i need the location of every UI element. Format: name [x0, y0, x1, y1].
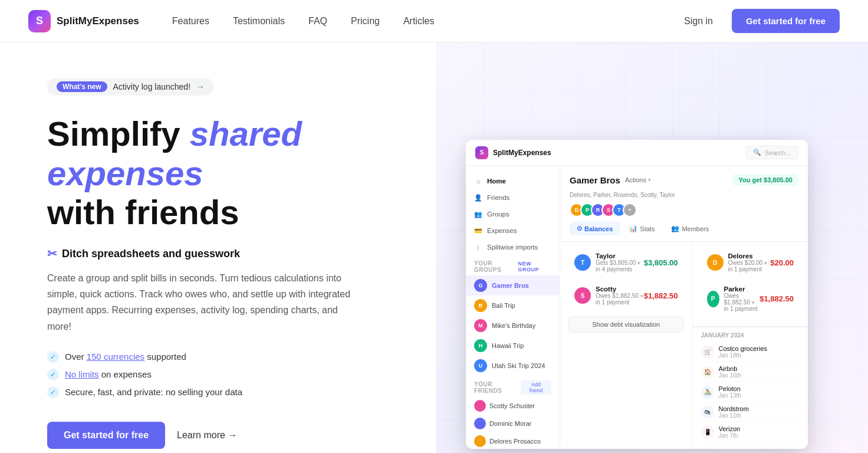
tab-balances[interactable]: ⊙ Balances	[570, 222, 620, 235]
activity-left-peloton: 🚴 Peloton Jan 13th	[701, 385, 741, 399]
header-left: S SplitMyExpenses Features Testimonials …	[28, 10, 443, 32]
app-sidebar: ⌂ Home 👤 Friends 👥 Groups 💳 Expenses	[466, 166, 560, 449]
friend-avatar-delores	[474, 435, 486, 447]
activity-name-nordstrom: Nordstrom	[719, 405, 749, 412]
whats-new-tag: What's new	[57, 81, 107, 92]
friend-item-delores[interactable]: Delores Prosacco	[466, 432, 560, 449]
actions-label: Actions	[625, 176, 646, 183]
activity-info-nordstrom: Nordstrom Jan 11th	[719, 405, 749, 419]
splitwise-icon: ↕	[474, 243, 482, 251]
hero-content: What's new Activity log launched! → Simp…	[0, 42, 436, 453]
activity-left-verizon: 📱 Verizon Jan 7th	[701, 425, 741, 439]
sidebar-group-hawaii[interactable]: H Hawaii Trip	[466, 336, 560, 356]
balance-owes-scotty: Owes $1,882.50	[596, 293, 639, 299]
header-right: Sign in Get started for free	[675, 9, 840, 33]
sidebar-item-splitwise[interactable]: ↕ Splitwise imports	[466, 239, 560, 255]
title-shared: shared	[190, 114, 302, 153]
activity-left-costco: 🛒 Costco groceries Jan 18th	[701, 345, 768, 359]
learn-more-link[interactable]: Learn more →	[177, 430, 237, 441]
activity-icon-peloton: 🚴	[701, 386, 714, 399]
sidebar-label-expenses: Expenses	[487, 227, 517, 234]
activity-item-costco: 🛒 Costco groceries Jan 18th	[701, 342, 800, 362]
balance-card-left-scotty: S Scotty Owes $1,882.50 ▾ in 1 payment	[574, 285, 643, 306]
sidebar-item-groups[interactable]: 👥 Groups	[466, 206, 560, 222]
balance-card-taylor: T Taylor Gets $3,805.00 ▾ in 4 payments	[568, 248, 684, 277]
sidebar-label-friends: Friends	[487, 194, 509, 201]
group-avatar-hawaii: H	[474, 339, 487, 352]
group-avatar-gamer-bros: G	[474, 279, 487, 292]
group-avatar-utah: U	[474, 359, 487, 372]
activity-icon-airbnb: 🏠	[701, 366, 714, 379]
sidebar-item-friends[interactable]: 👤 Friends	[466, 189, 560, 206]
title-with-friends: with friends	[47, 193, 239, 231]
groups-section-label: Your groups	[474, 260, 518, 273]
nav-faq[interactable]: FAQ	[299, 11, 337, 31]
balance-owes-parker: Owes $1,882.50	[724, 293, 751, 306]
activity-info-verizon: Verizon Jan 7th	[719, 425, 741, 439]
balance-card-left-delores: D Delores Owes $20.00 ▾ in	[707, 252, 768, 273]
balances-section: T Taylor Gets $3,805.00 ▾ in 4 payments	[560, 242, 693, 447]
groups-icon: 👥	[474, 210, 482, 218]
nav-testimonials[interactable]: Testimonials	[223, 11, 294, 31]
header-cta-button[interactable]: Get started for free	[732, 9, 840, 33]
app-search[interactable]: 🔍 Search...	[745, 146, 798, 159]
friend-name-delores: Delores Prosacco	[489, 438, 541, 445]
activity-icon-costco: 🛒	[701, 346, 714, 359]
activity-date-costco: Jan 18th	[719, 352, 768, 359]
balance-sub-scotty: Owes $1,882.50 ▾	[596, 293, 643, 299]
balances-icon: ⊙	[577, 225, 582, 232]
primary-cta-button[interactable]: Get started for free	[47, 422, 165, 449]
tab-members[interactable]: 👥 Members	[664, 222, 716, 235]
app-window-header: S SplitMyExpenses 🔍 Search...	[466, 140, 808, 166]
sidebar-group-mike[interactable]: M Mike's Birthday	[466, 316, 560, 336]
sidebar-group-gamer-bros[interactable]: G Gamer Bros	[466, 275, 560, 296]
group-tabs: ⊙ Balances 📊 Stats 👥 Members	[570, 222, 798, 235]
new-group-btn[interactable]: New group	[518, 261, 551, 273]
nav-articles[interactable]: Articles	[394, 11, 443, 31]
title-expenses: expenses	[47, 154, 203, 192]
balance-av-scotty: S	[574, 287, 591, 304]
balance-sub-taylor: Gets $3,805.00 ▾	[596, 260, 640, 266]
limits-link[interactable]: No limits	[65, 369, 99, 379]
friend-avatar-dominic	[474, 418, 486, 429]
balance-info-delores: Delores Owes $20.00 ▾ in 1 payment	[728, 252, 768, 273]
hero-description: Create a group and split bills in second…	[47, 270, 354, 334]
logo-link[interactable]: S SplitMyExpenses	[28, 10, 139, 32]
debt-visualization-button[interactable]: Show debt visualization	[568, 316, 684, 333]
nav-pricing[interactable]: Pricing	[341, 11, 389, 31]
feature-text-limits: No limits on expenses	[65, 369, 152, 379]
nav-features[interactable]: Features	[163, 11, 219, 31]
balance-name-taylor: Taylor	[596, 252, 640, 260]
feature-text-private: Secure, fast, and private: no selling yo…	[65, 387, 242, 397]
sign-in-link[interactable]: Sign in	[675, 11, 722, 31]
activity-left-nordstrom: 🛍 Nordstrom Jan 11th	[701, 405, 749, 419]
activity-left-airbnb: 🏠 Airbnb Jan 16th	[701, 365, 741, 379]
friend-item-scotty[interactable]: Scotty Schuster	[466, 397, 560, 415]
group-avatar-bali: B	[474, 299, 487, 312]
sidebar-group-bali[interactable]: B Bali Trip	[466, 296, 560, 316]
group-name-hawaii: Hawaii Trip	[492, 342, 524, 349]
balance-gets-taylor: Gets $3,805.00	[596, 260, 636, 266]
currencies-link[interactable]: 150 currencies	[87, 352, 144, 362]
balance-owes-delores: Owes $20.00	[728, 260, 763, 266]
app-logo-area: S SplitMyExpenses	[475, 146, 551, 159]
balance-card-delores: D Delores Owes $20.00 ▾ in	[701, 248, 800, 277]
balance-name-parker: Parker	[724, 285, 760, 293]
activity-item-peloton: 🚴 Peloton Jan 13th	[701, 382, 800, 402]
activity-date-verizon: Jan 7th	[719, 432, 741, 439]
balance-payments-scotty: in 1 payment	[596, 299, 643, 306]
hero-section: What's new Activity log launched! → Simp…	[0, 42, 868, 453]
add-friend-button[interactable]: Add friend	[521, 380, 551, 395]
sidebar-item-expenses[interactable]: 💳 Expenses	[466, 222, 560, 239]
feature-text-currencies: Over 150 currencies supported	[65, 352, 186, 362]
expenses-icon: 💳	[474, 226, 482, 235]
tab-stats[interactable]: 📊 Stats	[622, 222, 662, 235]
friend-item-dominic[interactable]: Dominic Morar	[466, 415, 560, 432]
friend-name-dominic: Dominic Morar	[489, 420, 532, 427]
sidebar-item-home[interactable]: ⌂ Home	[466, 173, 560, 189]
whats-new-badge[interactable]: What's new Activity log launched! →	[47, 78, 214, 96]
scissors-icon: ✂	[47, 247, 57, 261]
chevron-down-parker: ▾	[752, 300, 755, 306]
sidebar-group-utah[interactable]: U Utah Ski Trip 2024	[466, 356, 560, 376]
group-actions-button[interactable]: Actions ▾	[625, 176, 651, 183]
